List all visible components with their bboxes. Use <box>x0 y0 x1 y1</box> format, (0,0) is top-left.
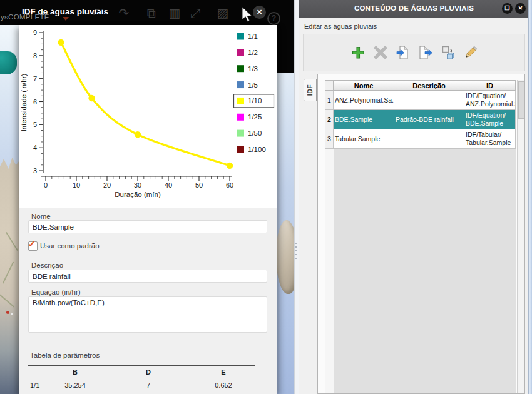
select-icon[interactable]: ▨ <box>215 5 231 21</box>
default-checkbox-label[interactable]: Usar como padrão <box>40 242 100 250</box>
grid-col-nome[interactable]: Nome <box>334 80 394 91</box>
row-number-cell[interactable]: 3 <box>325 129 334 149</box>
panel-subtitle: Editar as águas pluviais <box>304 23 377 30</box>
descricao-cell[interactable]: Padrão-BDE rainfall <box>394 110 464 129</box>
data-point[interactable] <box>135 131 141 138</box>
nome-cell[interactable]: BDE.Sample <box>334 110 394 129</box>
tab-idf[interactable]: IDF <box>304 79 317 101</box>
svg-text:50: 50 <box>195 181 203 189</box>
divider <box>28 365 255 366</box>
row-number-cell[interactable]: 1 <box>325 91 334 110</box>
svg-text:20: 20 <box>103 181 111 189</box>
id-cell[interactable]: IDF/Equation/ ANZ.Polynomial.Sa... <box>464 91 516 110</box>
legend-swatch[interactable] <box>237 146 244 153</box>
legend-label[interactable]: 1/25 <box>248 113 262 121</box>
legend-swatch[interactable] <box>237 81 244 88</box>
splitter-grip <box>295 243 297 244</box>
nome-cell[interactable]: Tabular.Sample <box>334 129 394 149</box>
descricao-cell[interactable] <box>394 129 464 149</box>
grid-header: Nome Descrição ID <box>325 80 517 91</box>
scrollbar-thumb[interactable] <box>518 81 524 119</box>
param-col-e: E <box>192 368 255 376</box>
duplicate-button[interactable] <box>441 45 456 60</box>
nome-input[interactable] <box>28 220 267 233</box>
check-icon: ✓ <box>28 239 36 249</box>
grid-empty-area <box>325 149 516 393</box>
data-point[interactable] <box>58 39 64 46</box>
float-panel-icon[interactable]: ❐ <box>502 3 513 14</box>
dropdown-arrow-icon[interactable] <box>63 17 69 21</box>
legend-label[interactable]: 1/50 <box>248 129 262 137</box>
book-icon[interactable]: ▥ <box>166 5 183 21</box>
splitter-grip <box>295 246 297 248</box>
map-teal-area <box>0 51 17 74</box>
edit-button[interactable] <box>463 45 478 60</box>
splitter-grip <box>295 258 297 259</box>
svg-text:30: 30 <box>134 181 141 189</box>
expand-icon[interactable]: ⤢ <box>187 5 203 21</box>
param-row-e[interactable]: 0.652 <box>192 381 255 389</box>
equacao-textarea[interactable]: B/Math.pow(ToC+D,E) <box>28 296 267 333</box>
svg-text:3: 3 <box>33 167 37 174</box>
panel-titlebar[interactable]: CONTEÚDO DE ÁGUAS PLUVIAIS ❐ ✕ <box>299 0 529 18</box>
param-row-b[interactable]: 35.254 <box>44 381 106 389</box>
close-panel-icon[interactable]: ✕ <box>515 3 526 14</box>
svg-text:40: 40 <box>165 181 172 189</box>
svg-text:4: 4 <box>33 144 37 151</box>
grid-col-id[interactable]: ID <box>464 80 516 91</box>
id-cell[interactable]: IDF/Tabular/ Tabular.Sample <box>464 129 516 149</box>
copy-icon[interactable]: ⧉ <box>143 5 160 21</box>
panel-title: CONTEÚDO DE ÁGUAS PLUVIAIS <box>299 4 529 12</box>
legend-label[interactable]: 1/10 <box>248 97 262 104</box>
svg-text:6: 6 <box>33 98 37 106</box>
legend-swatch[interactable] <box>237 114 244 121</box>
legend-swatch[interactable] <box>237 98 244 104</box>
id-cell[interactable]: IDF/Equation/ BDE.Sample <box>464 110 516 129</box>
legend-label[interactable]: 1/1 <box>248 33 258 40</box>
table-row[interactable]: 2BDE.SamplePadrão-BDE rainfallIDF/Equati… <box>325 110 517 129</box>
legend-label[interactable]: 1/2 <box>248 49 258 56</box>
idf-dialog: 34567890102030405060Duração (mín)Intensi… <box>19 25 277 394</box>
param-row-d[interactable]: 7 <box>111 381 186 389</box>
legend-label[interactable]: 1/3 <box>248 65 258 73</box>
data-point[interactable] <box>227 163 233 169</box>
grid-scrollbar[interactable] <box>517 80 524 393</box>
dialog-form: Nome ✓ Usar como padrão Descrição Equaçã… <box>19 208 277 394</box>
terrain-left <box>0 156 19 394</box>
svg-text:60: 60 <box>226 181 233 189</box>
descricao-cell[interactable] <box>394 91 464 110</box>
table-row[interactable]: 1ANZ.Polynomial.Sa...IDF/Equation/ ANZ.P… <box>325 91 517 110</box>
add-button[interactable] <box>350 45 366 60</box>
svg-text:Intensidade (in/hr): Intensidade (in/hr) <box>20 73 28 131</box>
window-edge <box>528 0 532 394</box>
legend-swatch[interactable] <box>237 130 244 137</box>
legend-label[interactable]: 1/100 <box>248 146 266 153</box>
grid-col-descricao[interactable]: Descrição <box>394 80 464 91</box>
delete-button[interactable] <box>373 45 388 60</box>
legend-swatch[interactable] <box>237 49 244 56</box>
close-icon[interactable]: ✕ <box>253 6 266 19</box>
default-checkbox[interactable]: ✓ <box>28 241 38 251</box>
svg-text:0: 0 <box>44 181 48 189</box>
svg-text:8: 8 <box>33 52 37 59</box>
help-icon[interactable]: ? <box>267 12 280 25</box>
descricao-input[interactable] <box>28 270 267 283</box>
svg-text:5: 5 <box>33 121 37 128</box>
table-row[interactable]: 3Tabular.SampleIDF/Tabular/ Tabular.Samp… <box>325 129 517 149</box>
legend-swatch[interactable] <box>237 33 244 40</box>
export-button[interactable] <box>418 45 433 60</box>
legend-label[interactable]: 1/5 <box>248 81 258 89</box>
param-row-label[interactable]: 1/1 <box>30 381 39 389</box>
data-point[interactable] <box>88 95 95 101</box>
redo-icon[interactable]: ↷ <box>116 5 132 21</box>
idf-grid: Nome Descrição ID 1ANZ.Polynomial.Sa...I… <box>325 80 517 149</box>
param-table-title: Tabela de parâmetros <box>30 351 100 359</box>
nome-cell[interactable]: ANZ.Polynomial.Sa... <box>334 91 394 110</box>
param-col-d: D <box>111 368 186 376</box>
legend-swatch[interactable] <box>237 65 244 72</box>
import-button[interactable] <box>396 45 411 60</box>
row-number-cell[interactable]: 2 <box>325 110 334 129</box>
equacao-label: Equação (in/hr) <box>31 288 81 296</box>
map-marker <box>6 311 9 314</box>
param-col-b: B <box>44 368 106 376</box>
